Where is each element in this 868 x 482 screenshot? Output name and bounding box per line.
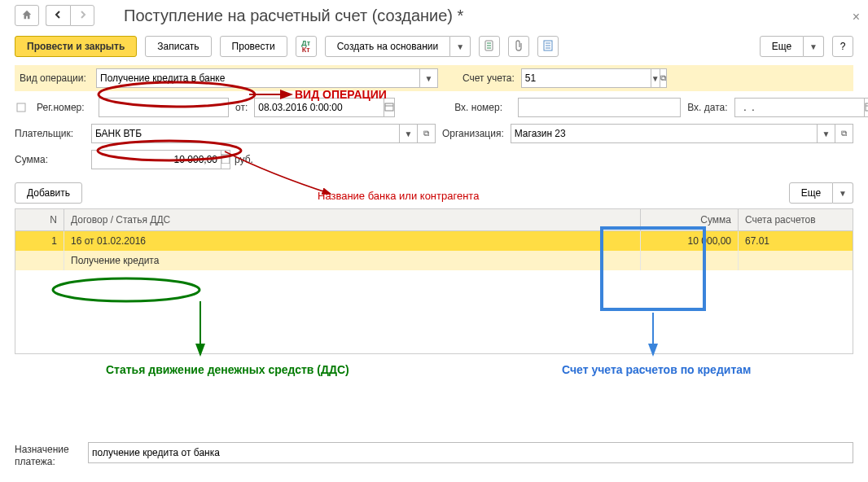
table-row-sub[interactable]: Получение кредита xyxy=(15,251,853,270)
calendar-icon xyxy=(384,102,394,113)
chevron-down-icon: ▼ xyxy=(405,129,413,138)
platelshik-open[interactable]: ⧉ xyxy=(418,124,436,143)
help-button[interactable]: ? xyxy=(832,36,853,57)
platelshik-dropdown[interactable]: ▼ xyxy=(400,124,418,143)
schet-ucheta-input[interactable] xyxy=(521,68,651,88)
platelshik-input[interactable] xyxy=(91,124,400,143)
back-button[interactable] xyxy=(46,5,70,26)
platelshik-label: Плательщик: xyxy=(15,128,85,139)
open-external-icon: ⧉ xyxy=(660,73,666,83)
provesti-zakryt-button[interactable]: Провести и закрыть xyxy=(15,36,137,57)
reg-nomer-label: Рег.номер: xyxy=(37,102,92,113)
arrow-left-icon xyxy=(54,10,64,22)
schet-ucheta-dropdown[interactable]: ▼ xyxy=(651,68,660,88)
vid-operacii-input[interactable] xyxy=(96,68,420,88)
cell-empty xyxy=(641,251,739,270)
chevron-down-icon: ▼ xyxy=(456,42,464,51)
grid-more-caret[interactable]: ▼ xyxy=(833,182,853,204)
organizacia-label: Организация: xyxy=(442,128,504,139)
more-button[interactable]: Еще xyxy=(760,36,804,57)
details-grid: N Договор / Статья ДДС Сумма Счета расче… xyxy=(15,208,853,354)
summa-calc[interactable] xyxy=(221,150,230,169)
receipt-icon xyxy=(15,102,27,114)
grid-more-split[interactable]: Еще ▼ xyxy=(789,182,853,204)
calendar-icon xyxy=(865,102,868,113)
col-header-dogovor[interactable]: Договор / Статья ДДС xyxy=(64,209,641,230)
dtkr-button[interactable]: ДтКт xyxy=(296,36,317,57)
related-docs-button[interactable] xyxy=(479,36,500,57)
col-header-scheta[interactable]: Счета расчетов xyxy=(739,209,853,230)
vh-data-calendar[interactable] xyxy=(865,98,868,117)
chevron-down-icon: ▼ xyxy=(822,129,831,138)
table-row[interactable]: 1 16 от 01.02.2016 10 000,00 67.01 xyxy=(15,231,853,251)
vid-operacii-dropdown[interactable]: ▼ xyxy=(420,68,438,88)
grid-more-button[interactable]: Еще xyxy=(789,182,833,204)
chevron-down-icon: ▼ xyxy=(809,42,818,51)
provesti-button[interactable]: Провести xyxy=(220,36,287,57)
calculator-icon xyxy=(221,154,230,165)
cell-dogovor: 16 от 01.02.2016 xyxy=(64,231,641,251)
organizacia-dropdown[interactable]: ▼ xyxy=(818,124,835,143)
reg-nomer-input[interactable] xyxy=(99,98,229,117)
open-external-icon: ⧉ xyxy=(423,129,429,138)
naznach-input[interactable] xyxy=(88,442,853,463)
svg-rect-8 xyxy=(17,103,25,112)
home-button[interactable] xyxy=(15,5,39,26)
anno-vid-op: ВИД ОПЕРАЦИИ xyxy=(295,88,387,101)
create-based-on-split[interactable]: Создать на основании ▼ xyxy=(325,36,471,57)
schet-ucheta-open[interactable]: ⧉ xyxy=(660,68,667,88)
organizacia-open[interactable]: ⧉ xyxy=(835,124,853,143)
cell-empty xyxy=(739,251,853,270)
vid-operacii-label: Вид операции: xyxy=(20,72,90,84)
attachments-button[interactable] xyxy=(508,36,529,57)
document-icon xyxy=(484,40,495,54)
anno-bank-name: Название банка или контрагента xyxy=(318,190,479,202)
anno-acct: Счет учета расчетов по кредитам xyxy=(562,363,751,376)
summa-input[interactable] xyxy=(91,150,221,169)
page-title: Поступление на расчетный счет (создание)… xyxy=(124,7,463,25)
vh-nomer-label: Вх. номер: xyxy=(454,102,511,113)
open-external-icon: ⧉ xyxy=(841,129,847,138)
svg-rect-9 xyxy=(385,103,393,111)
dtkr-icon: ДтКт xyxy=(301,40,310,53)
svg-rect-11 xyxy=(866,103,868,111)
chevron-down-icon: ▼ xyxy=(651,74,660,83)
home-icon xyxy=(21,9,33,23)
naznach-label: Назначение платежа: xyxy=(15,442,80,469)
zapisat-button[interactable]: Записать xyxy=(145,36,211,57)
chevron-down-icon: ▼ xyxy=(425,74,433,83)
cell-scheta: 67.01 xyxy=(739,231,853,251)
paperclip-icon xyxy=(514,40,524,54)
create-based-on-caret[interactable]: ▼ xyxy=(450,36,471,57)
col-header-n[interactable]: N xyxy=(15,209,64,230)
svg-rect-14 xyxy=(222,155,229,157)
list-doc-icon xyxy=(543,40,553,54)
anno-dds: Статья движение денежных средств (ДДС) xyxy=(106,363,349,376)
more-split[interactable]: Еще ▼ xyxy=(760,36,824,57)
print-button[interactable] xyxy=(537,36,559,57)
summa-unit: руб. xyxy=(235,154,253,165)
arrow-right-icon xyxy=(77,10,87,22)
vh-data-input[interactable] xyxy=(734,98,865,117)
chevron-down-icon: ▼ xyxy=(839,189,847,198)
forward-button[interactable] xyxy=(70,5,94,26)
cell-n: 1 xyxy=(15,231,64,251)
col-header-summa[interactable]: Сумма xyxy=(641,209,739,230)
cell-summa: 10 000,00 xyxy=(641,231,739,251)
summa-label: Сумма: xyxy=(15,154,85,165)
add-row-button[interactable]: Добавить xyxy=(15,182,82,204)
schet-ucheta-label: Счет учета: xyxy=(462,72,515,84)
ot-label: от: xyxy=(235,102,248,113)
more-caret[interactable]: ▼ xyxy=(804,36,824,57)
create-based-on-button[interactable]: Создать на основании xyxy=(325,36,451,57)
cell-empty xyxy=(15,251,64,270)
vh-nomer-input[interactable] xyxy=(518,98,681,117)
organizacia-input[interactable] xyxy=(511,124,818,143)
close-button[interactable]: × xyxy=(853,10,860,24)
cell-dds: Получение кредита xyxy=(64,251,641,270)
vh-data-label: Вх. дата: xyxy=(687,102,727,113)
